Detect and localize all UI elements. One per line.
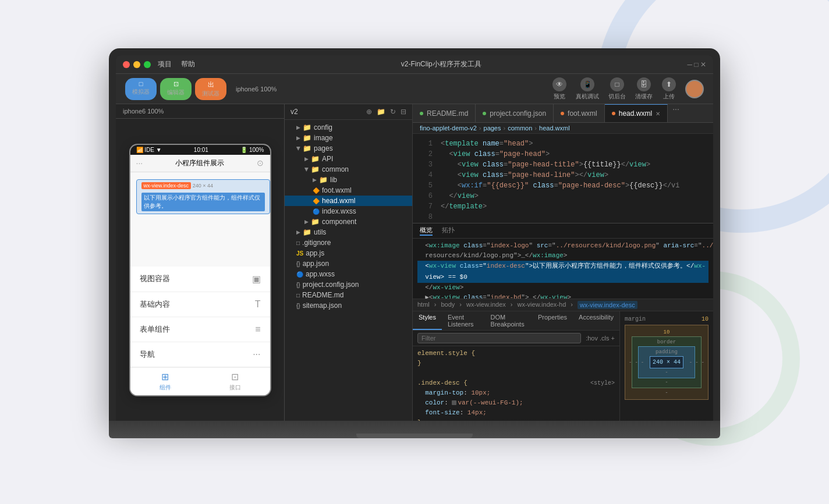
list-label-3: 导航 <box>140 349 155 360</box>
element-html[interactable]: html <box>417 301 430 309</box>
phone-bottom-nav: ⊞ 组件 ⊡ 接口 <box>130 367 270 395</box>
user-avatar[interactable] <box>685 80 704 98</box>
nav-label-components: 组件 <box>160 384 171 392</box>
backend-button[interactable]: □ 切后台 <box>608 77 626 101</box>
file-name: lib <box>330 176 337 184</box>
code-panel: README.md project.config.json foot.wxml <box>413 104 713 421</box>
folder-icon: 📁 <box>303 228 311 236</box>
tab-readme[interactable]: README.md <box>413 104 476 122</box>
test-button[interactable]: 出 测试器 <box>195 78 226 100</box>
val-color: var(--weui-FG-1); <box>458 399 523 406</box>
preview-label: 预览 <box>554 93 565 101</box>
json-icon: {} <box>296 303 300 309</box>
file-item-common[interactable]: ▶ 📁 common <box>285 164 412 175</box>
file-item-app-js[interactable]: JS app.js <box>285 248 412 258</box>
test-icon: 出 <box>208 80 214 89</box>
close-button[interactable] <box>123 61 130 68</box>
breadcrumb-item-1: pages <box>484 125 501 132</box>
html-content: <wx:image class="index-logo" src="../res… <box>413 239 713 299</box>
styles-tab-properties[interactable]: Properties <box>532 311 573 330</box>
edit-icon: ⊡ <box>173 80 179 88</box>
styles-tab-styles[interactable]: Styles <box>413 311 442 330</box>
arrow-icon: ▶ <box>304 156 309 162</box>
json-icon: {} <box>296 261 300 267</box>
tab-project-label: project.config.json <box>490 109 546 118</box>
tab-project-config[interactable]: project.config.json <box>476 104 554 122</box>
tab-head-wxml[interactable]: head.wxml ✕ <box>605 104 668 122</box>
element-wx-index-hd[interactable]: wx-view.index-hd <box>518 301 566 309</box>
file-item-app-json[interactable]: {} app.json <box>285 258 412 269</box>
minimize-button[interactable] <box>133 61 140 68</box>
list-item-3[interactable]: 导航 ··· <box>130 342 270 367</box>
file-item-config[interactable]: ▶ 📁 config <box>285 122 412 133</box>
file-item-pages[interactable]: ▶ 📁 pages <box>285 143 412 154</box>
test-label: 测试器 <box>202 90 219 98</box>
menu-item-help[interactable]: 帮助 <box>181 59 195 69</box>
phone-list: 视图容器 ▣ 基础内容 T 表单组件 ≡ <box>130 267 270 367</box>
element-body[interactable]: body <box>441 301 455 309</box>
realdevice-icon: 📱 <box>580 77 594 91</box>
html-view-tab-overview[interactable]: 概览 <box>420 226 433 236</box>
file-item-gitignore[interactable]: □ .gitignore <box>285 237 412 248</box>
collapse-icon[interactable]: ⊟ <box>401 108 406 116</box>
file-item-utils[interactable]: ▶ 📁 utils <box>285 227 412 237</box>
device-info: iphone6 100% <box>236 86 277 93</box>
box-border-right-val: - <box>695 360 698 365</box>
styles-content: element.style { } .index-desc { <style> … <box>413 346 619 421</box>
upload-button[interactable]: ⬆ 上传 <box>662 77 676 101</box>
folder-icon: 📁 <box>303 123 311 132</box>
file-item-index-wxss[interactable]: 🔵 index.wxss <box>285 206 412 216</box>
js-icon: JS <box>296 250 303 257</box>
clearcache-button[interactable]: 🗄 清缓存 <box>635 77 653 101</box>
maximize-button[interactable] <box>144 61 151 68</box>
file-item-lib[interactable]: ▶ 📁 lib <box>285 175 412 185</box>
tab-foot-wxml[interactable]: foot.wxml <box>554 104 605 122</box>
file-item-image[interactable]: ▶ 📁 image <box>285 133 412 143</box>
code-content[interactable]: <template name="head"> <view class="page… <box>436 134 713 223</box>
list-item-1[interactable]: 基础内容 T <box>130 292 270 317</box>
list-item-0[interactable]: 视图容器 ▣ <box>130 267 270 292</box>
title-bar: 项目 帮助 v2-FinClip小程序开发工具 ─ □ ✕ <box>116 55 713 74</box>
simulate-button[interactable]: □ 模拟器 <box>125 78 157 100</box>
filter-pseudo[interactable]: :hov .cls + <box>586 335 615 342</box>
styles-tab-event[interactable]: Event Listeners <box>442 311 485 330</box>
folder-icon: 📁 <box>303 144 311 152</box>
refresh-icon[interactable]: ↻ <box>390 108 396 116</box>
file-item-foot-wxml[interactable]: 🔶 foot.wxml <box>285 185 412 196</box>
filter-input[interactable] <box>417 333 581 343</box>
device-label: iphone6 <box>123 108 146 115</box>
prop-margin-top: margin-top <box>425 389 463 396</box>
menu-bar: 项目 帮助 <box>158 59 195 69</box>
edit-button[interactable]: ⊡ 编辑器 <box>160 78 192 100</box>
element-wx-index[interactable]: wx-view.index <box>466 301 506 309</box>
breadcrumb-sep-0: › <box>479 125 481 132</box>
file-item-app-wxss[interactable]: 🔵 app.wxss <box>285 269 412 279</box>
file-item-component[interactable]: ▶ 📁 component <box>285 216 412 227</box>
html-line-5: ▶<wx-view class="index-bd">_</wx-view> <box>417 293 708 299</box>
status-right: 🔋 100% <box>240 147 264 153</box>
realdevice-button[interactable]: 📱 真机调试 <box>576 77 599 101</box>
menu-item-project[interactable]: 项目 <box>158 59 172 69</box>
html-view-tab-topology[interactable]: 拓扑 <box>442 226 455 236</box>
file-item-sitemap[interactable]: {} sitemap.json <box>285 300 412 311</box>
nav-item-components[interactable]: ⊞ 组件 <box>160 371 171 392</box>
nav-item-interface[interactable]: ⊡ 接口 <box>229 371 241 392</box>
file-item-api[interactable]: ▶ 📁 API <box>285 154 412 164</box>
file-item-project-config[interactable]: {} project.config.json <box>285 279 412 290</box>
file-item-head-wxml[interactable]: 🔶 head.wxml <box>285 196 412 206</box>
file-item-readme[interactable]: □ README.md <box>285 290 412 300</box>
list-item-2[interactable]: 表单组件 ≡ <box>130 317 270 342</box>
tab-more-button[interactable]: ··· <box>668 104 684 122</box>
element-wx-index-desc[interactable]: wx-view.index-desc <box>578 301 637 309</box>
highlight-size: 240 × 44 <box>193 183 213 189</box>
tab-close-icon[interactable]: ✕ <box>656 111 660 117</box>
new-folder-icon[interactable]: 📁 <box>377 108 385 116</box>
preview-button[interactable]: 👁 预览 <box>552 77 566 101</box>
app-title: v2-FinClip小程序开发工具 <box>195 59 688 69</box>
styles-tab-dom[interactable]: DOM Breakpoints <box>485 311 532 330</box>
rule-selector: element.style { <box>417 350 475 357</box>
new-file-icon[interactable]: ⊕ <box>366 108 372 116</box>
file-name: sitemap.json <box>303 301 342 310</box>
styles-tab-accessibility[interactable]: Accessibility <box>573 311 619 330</box>
file-name: app.wxss <box>306 270 335 278</box>
